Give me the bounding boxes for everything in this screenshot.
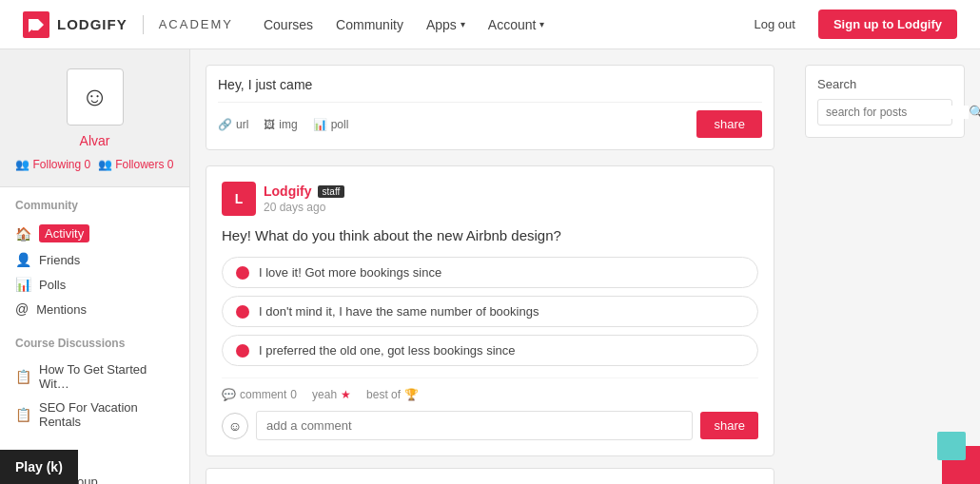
url-tool[interactable]: 🔗 url	[218, 118, 248, 131]
sidebar-item-seo[interactable]: 📋 SEO For Vacation Rentals	[15, 396, 174, 434]
post-actions: 💬 comment 0 yeah ★ best of 🏆	[222, 378, 758, 401]
sidebar: ☺ Alvar 👥 Following 0 👥 Followers 0 Comm…	[0, 49, 190, 484]
signup-button[interactable]: Sign up to Lodgify	[818, 10, 957, 39]
main-nav: Courses Community Apps Account	[264, 17, 743, 32]
best-of-action[interactable]: best of 🏆	[366, 388, 419, 401]
poll-option-3[interactable]: I preferred the old one, got less bookin…	[222, 335, 758, 366]
poll-icon: 📊	[313, 118, 327, 131]
followers-label[interactable]: Followers 0	[115, 158, 173, 171]
search-title: Search	[817, 77, 952, 91]
course-discussions-title: Course Discussions	[15, 337, 174, 350]
play-badge[interactable]: Play (k)	[0, 450, 78, 484]
post-card-2: L Lodgify staff 1 month ago	[206, 468, 774, 484]
comment-action[interactable]: 💬 comment 0	[222, 388, 297, 401]
header-actions: Log out Sign up to Lodgify	[743, 10, 957, 39]
post-author: Lodgify staff	[264, 184, 758, 199]
post-question: Hey! What do you think about the new Air…	[222, 227, 758, 243]
followers-stat: 👥 Followers 0	[98, 158, 173, 171]
logout-button[interactable]: Log out	[743, 11, 807, 37]
polls-label: Polls	[39, 278, 66, 292]
comment-icon: 💬	[222, 388, 236, 401]
poll-tool[interactable]: 📊 poll	[313, 118, 349, 131]
course1-label: How To Get Started Wit…	[39, 362, 174, 391]
page-body: ☺ Alvar 👥 Following 0 👥 Followers 0 Comm…	[0, 49, 980, 484]
img-tool[interactable]: 🖼 img	[264, 118, 297, 131]
best-of-label: best of	[366, 388, 401, 401]
followers-icon: 👥	[98, 158, 112, 171]
search-icon: 🔍	[969, 105, 980, 120]
post-avatar: L	[222, 182, 256, 216]
nav-account[interactable]: Account	[488, 17, 545, 32]
activity-label: Activity	[39, 224, 89, 242]
course1-icon: 📋	[15, 369, 31, 384]
mentions-icon: @	[15, 301, 29, 317]
poll-option-1[interactable]: I love it! Got more bookings since	[222, 257, 758, 288]
poll-option-2[interactable]: I don't mind it, I have the same number …	[222, 296, 758, 327]
course-discussions-section: Course Discussions 📋 How To Get Started …	[0, 325, 189, 437]
main-content: 🔗 url 🖼 img 📊 poll share L	[190, 49, 790, 484]
avatar: ☺	[67, 68, 124, 126]
header: LODGIFY ACADEMY Courses Community Apps A…	[0, 0, 980, 49]
img-icon: 🖼	[264, 118, 275, 131]
avatar-emoji: ☺	[81, 82, 108, 112]
comment-count: 0	[290, 388, 297, 401]
post-author-name: Lodgify	[264, 184, 312, 199]
post-card: L Lodgify staff 20 days ago Hey! What do…	[206, 165, 774, 456]
sidebar-item-how-to-get-started[interactable]: 📋 How To Get Started Wit…	[15, 358, 174, 396]
logo-text: LODGIFY	[57, 16, 127, 32]
best-of-icon: 🏆	[404, 388, 419, 401]
friends-icon: 👤	[15, 252, 31, 267]
sidebar-item-friends[interactable]: 👤 Friends	[15, 247, 174, 272]
following-stat: 👥 Following 0	[15, 158, 90, 171]
username: Alvar	[15, 133, 174, 148]
poll-text-3: I preferred the old one, got less bookin…	[259, 343, 516, 358]
community-section: Community 🏠 Activity 👤 Friends 📊 Polls @…	[0, 187, 189, 325]
post-input[interactable]	[218, 77, 762, 92]
community-title: Community	[15, 199, 174, 212]
logo-academy: ACADEMY	[159, 17, 233, 31]
profile-area: ☺ Alvar 👥 Following 0 👥 Followers 0	[0, 49, 189, 187]
comment-input[interactable]	[256, 411, 693, 440]
sidebar-item-polls[interactable]: 📊 Polls	[15, 272, 174, 297]
url-icon: 🔗	[218, 118, 232, 131]
yeah-action[interactable]: yeah ★	[312, 388, 351, 401]
nav-community[interactable]: Community	[336, 17, 403, 32]
url-label: url	[236, 118, 248, 131]
course2-label: SEO For Vacation Rentals	[39, 400, 174, 429]
star-icon: ★	[341, 388, 351, 401]
right-sidebar: Search 🔍	[790, 49, 980, 484]
following-label[interactable]: Following 0	[32, 158, 90, 171]
comment-share-button[interactable]: share	[700, 412, 758, 439]
share-post-button[interactable]: share	[696, 110, 762, 138]
poll-dot-3	[236, 344, 249, 358]
nav-apps[interactable]: Apps	[426, 17, 465, 32]
search-input[interactable]	[826, 106, 969, 119]
poll-text-1: I love it! Got more bookings since	[259, 265, 441, 280]
search-box: Search 🔍	[805, 65, 965, 138]
friends-label: Friends	[39, 253, 80, 267]
sidebar-item-mentions[interactable]: @ Mentions	[15, 297, 174, 321]
comment-label: comment	[240, 388, 286, 401]
poll-dot-1	[236, 266, 249, 280]
staff-badge: staff	[318, 185, 345, 198]
polls-icon: 📊	[15, 277, 31, 292]
post-toolbar: 🔗 url 🖼 img 📊 poll share	[218, 102, 762, 138]
sidebar-item-activity[interactable]: 🏠 Activity	[15, 220, 174, 247]
search-input-wrap: 🔍	[817, 99, 952, 126]
course2-icon: 📋	[15, 407, 31, 422]
logo-area: LODGIFY ACADEMY	[23, 11, 233, 38]
follow-stats: 👥 Following 0 👥 Followers 0	[15, 158, 174, 171]
following-icon: 👥	[15, 158, 29, 171]
img-label: img	[279, 118, 297, 131]
post-header: L Lodgify staff 20 days ago	[222, 182, 758, 216]
post-input-area: 🔗 url 🖼 img 📊 poll share	[206, 65, 774, 150]
post-meta: Lodgify staff 20 days ago	[264, 184, 758, 214]
corner-decoration	[913, 427, 980, 484]
nav-courses[interactable]: Courses	[264, 17, 313, 32]
logo-divider	[143, 15, 144, 34]
poll-label: poll	[331, 118, 349, 131]
comment-avatar: ☺	[222, 413, 248, 439]
comment-input-area: ☺ share	[222, 411, 758, 440]
logo-icon	[23, 11, 49, 38]
activity-icon: 🏠	[15, 226, 31, 242]
